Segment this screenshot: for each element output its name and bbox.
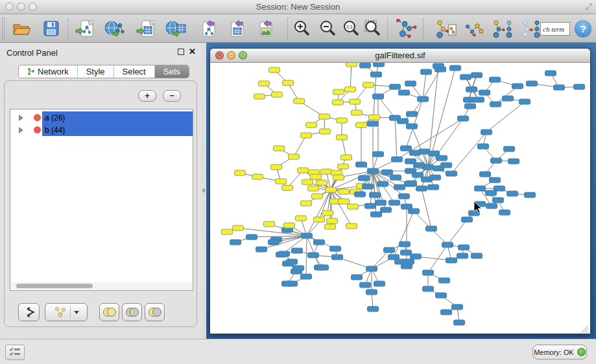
network-node[interactable] [465, 104, 476, 109]
network-node[interactable] [294, 98, 305, 104]
add-set-button[interactable]: + [138, 90, 156, 102]
network-node[interactable] [473, 97, 484, 102]
network-node[interactable] [525, 192, 536, 198]
network-node[interactable] [421, 69, 432, 74]
network-node[interactable] [390, 84, 401, 89]
network-node[interactable] [371, 212, 382, 217]
network-frame[interactable]: ✕ − + galFiltered.sif [209, 48, 591, 334]
network-node[interactable] [490, 102, 501, 107]
network-frame-titlebar[interactable]: ✕ − + galFiltered.sif [210, 49, 590, 63]
network-node[interactable] [341, 155, 352, 160]
network-node[interactable] [359, 176, 370, 181]
network-node[interactable] [399, 90, 410, 95]
network-node[interactable] [442, 242, 453, 247]
network-node[interactable] [298, 168, 309, 173]
network-node[interactable] [316, 180, 328, 185]
network-node[interactable] [486, 203, 497, 209]
resize-grip-icon[interactable] [581, 326, 588, 333]
network-node[interactable] [325, 224, 336, 229]
network-node[interactable] [368, 306, 379, 312]
automation-panel-button[interactable] [5, 345, 25, 360]
network-node[interactable] [301, 274, 312, 279]
union-sets-button[interactable] [99, 303, 119, 321]
network-node[interactable] [254, 94, 265, 99]
network-node[interactable] [283, 80, 294, 85]
help-button[interactable]: ? [575, 20, 591, 37]
network-node[interactable] [346, 223, 357, 229]
network-node[interactable] [327, 218, 338, 223]
network-node[interactable] [268, 240, 280, 245]
export-image-button[interactable] [252, 17, 276, 40]
network-node[interactable] [230, 240, 241, 245]
network-node[interactable] [369, 115, 380, 120]
network-node[interactable] [428, 185, 439, 190]
search-input[interactable] [540, 22, 570, 36]
zoom-in-button[interactable] [290, 17, 315, 40]
network-node[interactable] [289, 154, 300, 159]
network-node[interactable] [401, 250, 412, 255]
network-node[interactable] [486, 190, 497, 196]
import-table-from-url-button[interactable] [163, 17, 188, 40]
network-node[interactable] [339, 189, 350, 194]
network-node[interactable] [352, 275, 363, 280]
network-node[interactable] [233, 225, 244, 231]
network-node[interactable] [282, 185, 293, 190]
network-node[interactable] [256, 247, 267, 252]
close-panel-icon[interactable]: ✕ [189, 47, 196, 56]
remove-set-button[interactable]: − [163, 90, 181, 102]
network-node[interactable] [374, 281, 385, 286]
network-node[interactable] [308, 253, 319, 258]
import-table-from-file-button[interactable] [134, 17, 158, 40]
set-row-a[interactable]: a (26) [10, 111, 193, 124]
network-node[interactable] [374, 63, 385, 67]
network-node[interactable] [446, 171, 457, 176]
network-node[interactable] [441, 310, 452, 315]
import-network-from-url-button[interactable] [102, 17, 127, 40]
fullscreen-icon[interactable]: ⤢ [586, 1, 592, 12]
network-node[interactable] [348, 204, 359, 209]
network-node[interactable] [446, 258, 457, 263]
network-node[interactable] [333, 175, 344, 180]
network-node[interactable] [222, 229, 233, 234]
network-node[interactable] [401, 146, 412, 151]
network-node[interactable] [478, 144, 489, 149]
network-node[interactable] [491, 158, 502, 163]
network-node[interactable] [412, 172, 423, 177]
panel-splitter[interactable] [201, 43, 206, 339]
network-node[interactable] [375, 200, 387, 205]
network-node[interactable] [366, 266, 377, 271]
network-node[interactable] [339, 199, 350, 204]
network-node[interactable] [441, 163, 452, 168]
scrollbar-thumb[interactable] [16, 284, 93, 288]
network-node[interactable] [373, 152, 384, 157]
network-node[interactable] [503, 96, 514, 101]
network-node[interactable] [545, 71, 556, 76]
network-node[interactable] [337, 118, 348, 123]
network-node[interactable] [436, 293, 447, 298]
network-node[interactable] [365, 203, 376, 209]
set-row-b[interactable]: b (44) [10, 124, 193, 136]
network-node[interactable] [338, 164, 349, 169]
network-node[interactable] [368, 121, 379, 126]
network-node[interactable] [493, 198, 504, 203]
dropdown-arrow-icon[interactable] [74, 311, 79, 314]
network-node[interactable] [306, 122, 317, 128]
network-node[interactable] [426, 226, 437, 231]
network-node[interactable] [454, 320, 465, 325]
network-node[interactable] [481, 130, 492, 135]
network-node[interactable] [507, 191, 518, 196]
network-node[interactable] [377, 181, 388, 187]
network-node[interactable] [460, 74, 471, 80]
network-node[interactable] [287, 259, 298, 264]
tab-select[interactable]: Select [114, 65, 155, 78]
network-node[interactable] [314, 240, 325, 245]
network-node[interactable] [284, 223, 295, 228]
apply-layout-button[interactable] [394, 17, 419, 40]
network-node[interactable] [399, 194, 410, 199]
network-node[interactable] [508, 159, 519, 164]
network-node[interactable] [423, 270, 434, 275]
network-node[interactable] [302, 179, 313, 185]
network-node[interactable] [398, 119, 409, 124]
network-node[interactable] [512, 84, 523, 89]
network-node[interactable] [439, 278, 450, 283]
